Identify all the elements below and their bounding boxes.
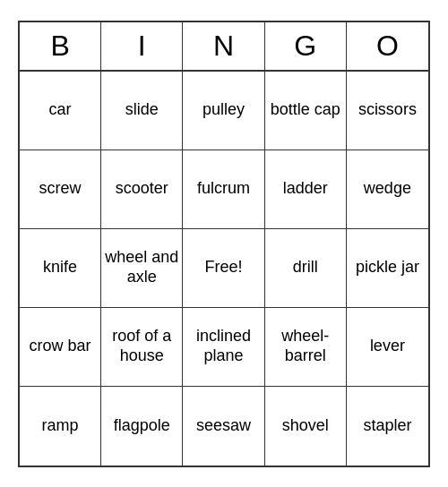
bingo-cell[interactable]: ramp <box>20 387 101 466</box>
bingo-cell[interactable]: ladder <box>265 150 347 229</box>
bingo-cell[interactable]: wheel and axle <box>101 229 183 308</box>
bingo-cell[interactable]: fulcrum <box>183 150 264 229</box>
header-letter: I <box>101 22 183 70</box>
header-letter: N <box>183 22 264 70</box>
bingo-cell[interactable]: screw <box>20 150 101 229</box>
bingo-cell[interactable]: pickle jar <box>347 229 428 308</box>
bingo-cell[interactable]: stapler <box>347 387 428 466</box>
bingo-cell[interactable]: lever <box>347 308 428 387</box>
bingo-cell[interactable]: wedge <box>347 150 428 229</box>
bingo-cell[interactable]: scissors <box>347 72 428 150</box>
bingo-cell[interactable]: pulley <box>183 72 264 150</box>
bingo-cell[interactable]: roof of a house <box>101 308 183 387</box>
bingo-cell[interactable]: slide <box>101 72 183 150</box>
bingo-cell[interactable]: drill <box>265 229 347 308</box>
bingo-header: BINGO <box>20 22 428 72</box>
header-letter: B <box>20 22 101 70</box>
header-letter: G <box>265 22 347 70</box>
bingo-cell[interactable]: Free! <box>183 229 264 308</box>
bingo-cell[interactable]: scooter <box>101 150 183 229</box>
bingo-cell[interactable]: crow bar <box>20 308 101 387</box>
bingo-cell[interactable]: car <box>20 72 101 150</box>
bingo-cell[interactable]: shovel <box>265 387 347 466</box>
bingo-card: BINGO carslidepulleybottle capscissorssc… <box>18 21 430 467</box>
bingo-cell[interactable]: knife <box>20 229 101 308</box>
header-letter: O <box>347 22 428 70</box>
bingo-cell[interactable]: wheel-barrel <box>265 308 347 387</box>
bingo-cell[interactable]: inclined plane <box>183 308 264 387</box>
bingo-grid: carslidepulleybottle capscissorsscrewsco… <box>20 72 428 466</box>
bingo-cell[interactable]: bottle cap <box>265 72 347 150</box>
bingo-cell[interactable]: seesaw <box>183 387 264 466</box>
bingo-cell[interactable]: flagpole <box>101 387 183 466</box>
